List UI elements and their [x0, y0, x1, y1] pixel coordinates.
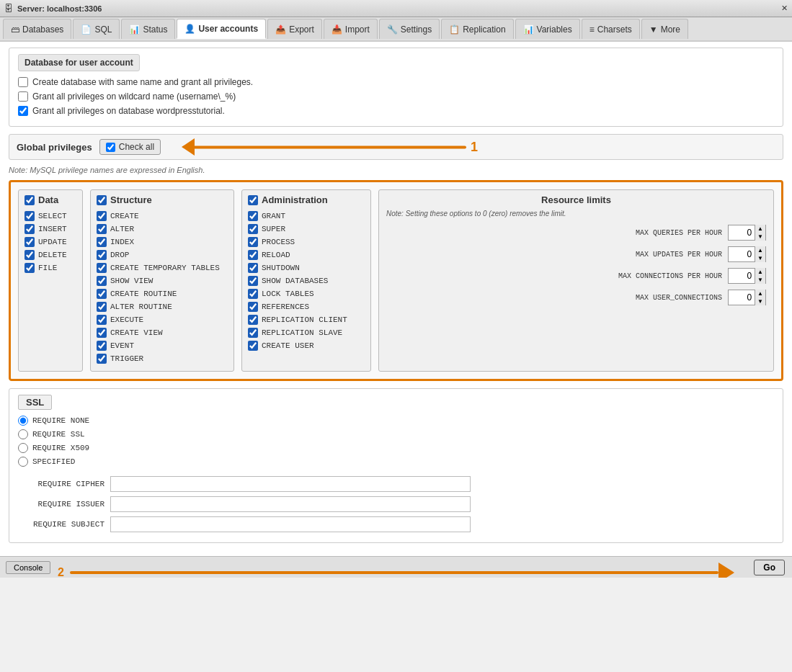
label-lock-tables: LOCK TABLES: [262, 290, 314, 298]
tab-status[interactable]: 📊 Status: [121, 19, 175, 39]
priv-item-create-routine: CREATE ROUTINE: [97, 289, 228, 299]
priv-item-alter: ALTER: [97, 224, 228, 234]
db-checkbox-1[interactable]: [18, 91, 28, 102]
db-checkbox-0[interactable]: [18, 77, 28, 87]
resource-limits: Resource limits Note: Setting these opti…: [378, 189, 774, 372]
priv-item-create-temp: CREATE TEMPORARY TABLES: [97, 263, 228, 273]
priv-item-create-user: CREATE USER: [248, 341, 365, 351]
resource-input-0[interactable]: [729, 225, 755, 240]
close-icon[interactable]: ✕: [781, 4, 788, 13]
arrow-2-line: [70, 571, 718, 574]
checkbox-alter-routine[interactable]: [97, 302, 107, 312]
go-button[interactable]: Go: [754, 560, 785, 575]
checkbox-shutdown[interactable]: [248, 263, 258, 273]
checkbox-grant[interactable]: [248, 211, 258, 221]
ssl-cipher-input[interactable]: [110, 476, 471, 492]
label-drop: DROP: [110, 251, 129, 259]
tab-user-accounts[interactable]: 👤 User accounts: [177, 19, 266, 39]
checkbox-super[interactable]: [248, 224, 258, 234]
privileges-inner: Data SELECT INSERT UPDATE DELETE: [18, 189, 774, 372]
checkbox-execute[interactable]: [97, 315, 107, 325]
label-file: FILE: [38, 264, 57, 272]
tab-sql[interactable]: 📄 SQL: [73, 19, 120, 39]
resource-input-1[interactable]: [729, 247, 755, 261]
checkbox-process[interactable]: [248, 237, 258, 247]
ssl-radio-ssl[interactable]: [18, 429, 28, 439]
administration-group-header: Administration: [248, 194, 365, 205]
ssl-subject-input[interactable]: [110, 516, 471, 532]
priv-item-reload: RELOAD: [248, 250, 365, 260]
label-alter: ALTER: [110, 225, 134, 233]
resource-spin-down-2[interactable]: ▼: [755, 276, 765, 284]
tab-import[interactable]: 📥 Import: [324, 19, 378, 39]
ssl-issuer-input[interactable]: [110, 496, 471, 512]
resource-spin-up-0[interactable]: ▲: [755, 225, 765, 233]
checkbox-create-view[interactable]: [97, 328, 107, 338]
resource-spin-down-0[interactable]: ▼: [755, 233, 765, 241]
checkbox-event[interactable]: [97, 341, 107, 351]
checkbox-replication-slave[interactable]: [248, 328, 258, 338]
checkbox-index[interactable]: [97, 237, 107, 247]
more-icon: ▼: [649, 24, 658, 35]
checkbox-create-temp[interactable]: [97, 263, 107, 273]
db-checkbox-2[interactable]: [18, 106, 28, 116]
checkbox-create-routine[interactable]: [97, 289, 107, 299]
tab-more[interactable]: ▼ More: [641, 19, 688, 39]
ssl-radio-none[interactable]: [18, 416, 28, 426]
checkbox-create-user[interactable]: [248, 341, 258, 351]
administration-group-checkbox[interactable]: [248, 195, 258, 205]
label-execute: EXECUTE: [110, 315, 143, 324]
checkbox-create[interactable]: [97, 211, 107, 221]
checkbox-show-databases[interactable]: [248, 276, 258, 286]
label-super: SUPER: [262, 225, 285, 233]
checkbox-update[interactable]: [25, 237, 35, 247]
priv-item-drop: DROP: [97, 250, 228, 260]
checkbox-drop[interactable]: [97, 250, 107, 260]
ssl-radio-x509[interactable]: [18, 443, 28, 453]
status-icon: 📊: [129, 24, 140, 35]
resource-spin-down-3[interactable]: ▼: [755, 297, 765, 305]
tab-charsets[interactable]: ≡ Charsets: [582, 19, 640, 39]
resource-input-3[interactable]: [729, 290, 755, 305]
tab-databases[interactable]: 🗃 Databases: [3, 19, 71, 39]
import-icon: 📥: [332, 24, 342, 35]
resource-input-wrap-2: ▲ ▼: [728, 268, 766, 284]
structure-group-checkbox[interactable]: [97, 195, 107, 205]
checkbox-file[interactable]: [25, 263, 35, 273]
resource-spin-up-1[interactable]: ▲: [755, 246, 765, 254]
label-create: CREATE: [110, 212, 139, 220]
checkbox-insert[interactable]: [25, 224, 35, 234]
checkbox-alter[interactable]: [97, 224, 107, 234]
checkbox-lock-tables[interactable]: [248, 289, 258, 299]
checkbox-trigger[interactable]: [97, 354, 107, 364]
priv-item-update: UPDATE: [25, 237, 76, 247]
console-button[interactable]: Console: [6, 561, 50, 574]
resource-spin-up-3[interactable]: ▲: [755, 290, 765, 297]
check-all-checkbox[interactable]: [106, 143, 115, 152]
note-text: Note: MySQL privilege names are expresse…: [9, 166, 783, 174]
checkbox-replication-client[interactable]: [248, 315, 258, 325]
ssl-radio-specified[interactable]: [18, 457, 28, 467]
ssl-radio-specified-label: SPECIFIED: [32, 457, 75, 466]
checkbox-delete[interactable]: [25, 250, 35, 260]
resource-spin-up-2[interactable]: ▲: [755, 268, 765, 276]
resource-spin-down-1[interactable]: ▼: [755, 254, 765, 262]
ssl-field-subject-row: REQUIRE SUBJECT: [18, 516, 774, 532]
ssl-section: SSL REQUIRE NONE REQUIRE SSL REQUIRE X50…: [9, 388, 783, 543]
label-insert: INSERT: [38, 225, 67, 233]
resource-input-wrap-1: ▲ ▼: [728, 246, 766, 262]
data-group-checkbox[interactable]: [25, 195, 35, 205]
label-create-view: CREATE VIEW: [110, 328, 163, 337]
tab-settings[interactable]: 🔧 Settings: [379, 19, 440, 39]
check-all-area[interactable]: Check all: [99, 139, 161, 155]
label-shutdown: SHUTDOWN: [262, 264, 300, 272]
tab-replication[interactable]: 📋 Replication: [441, 19, 513, 39]
resource-spin-1: ▲ ▼: [755, 246, 765, 262]
resource-input-2[interactable]: [729, 269, 755, 283]
checkbox-references[interactable]: [248, 302, 258, 312]
checkbox-reload[interactable]: [248, 250, 258, 260]
checkbox-show-view[interactable]: [97, 276, 107, 286]
tab-variables[interactable]: 📊 Variables: [515, 19, 580, 39]
tab-export[interactable]: 📤 Export: [267, 19, 322, 39]
checkbox-select[interactable]: [25, 211, 35, 221]
